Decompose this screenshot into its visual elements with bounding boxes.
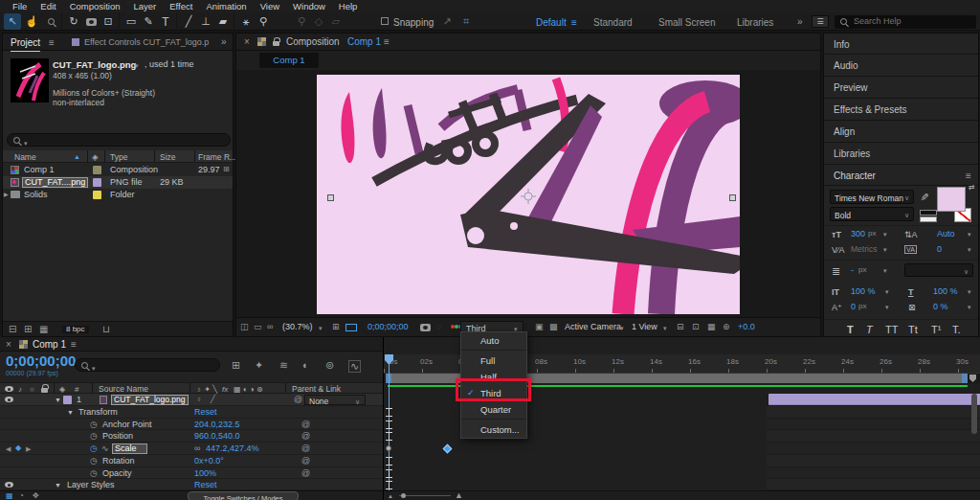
- vertical-scrollbar[interactable]: [971, 394, 977, 434]
- scale-keyframe-current[interactable]: [386, 445, 391, 451]
- anchor-point-row[interactable]: ◷ Anchor Point 204.0,232.5 @: [0, 419, 383, 430]
- col-frame-rate[interactable]: Frame R...: [198, 153, 236, 162]
- layer-styles-expand-icon[interactable]: ▼: [55, 482, 61, 489]
- col-label-icon[interactable]: ◈: [92, 153, 99, 162]
- expand-transfer-icon[interactable]: ◔: [19, 492, 24, 500]
- more-workspaces-icon[interactable]: »: [797, 17, 803, 27]
- tab-composition-comp[interactable]: Comp 1: [347, 37, 381, 47]
- eraser-tool-icon[interactable]: ▰: [214, 13, 232, 30]
- layer-duration-track[interactable]: [767, 394, 980, 406]
- grid-guides-icon[interactable]: ⊞: [332, 323, 340, 331]
- superscript-button[interactable]: T¹: [931, 324, 941, 335]
- stopwatch-active-icon[interactable]: ◷: [90, 444, 98, 453]
- index-column-label[interactable]: #: [75, 385, 78, 394]
- workspace-small-screen[interactable]: Small Screen: [658, 18, 715, 28]
- camera-view-value[interactable]: Active Camera: [565, 323, 621, 331]
- stroke-width-value[interactable]: -: [851, 266, 854, 275]
- stopwatch-icon[interactable]: ◷: [90, 420, 98, 429]
- layer-row[interactable]: ▼ 1 CUT_FAT_logo.png ♁ ╱ @ None ∨: [0, 394, 383, 406]
- view-layout-caret[interactable]: ▾: [663, 325, 667, 331]
- position-row[interactable]: ◷ Position 960.0,540.0 @: [0, 430, 383, 443]
- timeline-panel-menu-icon[interactable]: ≡: [71, 340, 77, 350]
- col-type[interactable]: Type: [110, 153, 127, 162]
- prop-label[interactable]: Position: [102, 432, 133, 441]
- tab-character[interactable]: Character: [834, 171, 876, 181]
- lock-icon[interactable]: [273, 41, 279, 46]
- timeline-button-icon[interactable]: ⊡: [692, 323, 700, 331]
- tab-effect-controls[interactable]: Effect Controls CUT_FAT_logo.p: [84, 38, 209, 47]
- font-size-value[interactable]: 300: [851, 230, 865, 239]
- stroke-style-dropdown[interactable]: ∨: [904, 263, 973, 277]
- close-icon[interactable]: ×: [6, 340, 11, 350]
- constrain-link-icon[interactable]: ∞: [194, 444, 200, 453]
- shape-tool-icon[interactable]: ▭: [122, 13, 140, 30]
- pickwhip-icon[interactable]: @: [301, 420, 310, 429]
- toggle-switches-button[interactable]: Toggle Switches / Modes: [188, 491, 299, 500]
- item-name-selected[interactable]: CUT_FAT....png: [22, 177, 88, 188]
- pan-behind-tool-icon[interactable]: ⊡: [100, 13, 117, 30]
- label-column-icon[interactable]: ◈: [59, 385, 65, 394]
- expand-icon[interactable]: ▶: [4, 192, 9, 197]
- item-name[interactable]: Comp 1: [24, 166, 55, 174]
- menu-composition[interactable]: Composition: [63, 1, 127, 11]
- prop-value[interactable]: 960.0,540.0: [194, 432, 240, 441]
- project-row-footage[interactable]: CUT_FAT....png PNG file 29 KB: [3, 176, 233, 189]
- snap-angle-icon[interactable]: ↗: [438, 13, 456, 30]
- faux-bold-button[interactable]: T: [847, 324, 854, 335]
- tab-audio[interactable]: Audio: [834, 61, 858, 71]
- composition-panel-menu-icon[interactable]: ≡: [384, 37, 390, 47]
- comp-canvas[interactable]: [317, 75, 740, 314]
- zoom-out-mountain-icon[interactable]: ▲: [388, 493, 393, 499]
- character-panel-menu-icon[interactable]: ≡: [966, 171, 971, 181]
- prop-value[interactable]: 0x+0.0°: [194, 457, 224, 466]
- layer-anchor-switch-icon[interactable]: ♁: [196, 396, 202, 403]
- prop-label[interactable]: Opacity: [102, 469, 132, 478]
- comp-flowchart-icon[interactable]: ▦: [707, 323, 716, 331]
- bpc-button[interactable]: 8 bpc: [62, 326, 89, 333]
- menu-item-full[interactable]: Full: [461, 352, 526, 369]
- pixel-aspect-icon[interactable]: ⊟: [677, 323, 684, 331]
- magnification-caret[interactable]: ▾: [319, 325, 323, 331]
- prop-value[interactable]: 100%: [194, 469, 216, 478]
- expand-inout-icon[interactable]: ✥: [33, 492, 39, 500]
- brush-tool-icon[interactable]: ╱: [180, 13, 197, 30]
- project-row-comp1[interactable]: Comp 1 Composition 29.97 ⊞: [3, 164, 233, 176]
- snapping-checkbox[interactable]: [381, 17, 389, 25]
- draft-3d-icon[interactable]: ✦: [255, 360, 263, 371]
- timeline-search-box[interactable]: ▾: [75, 358, 220, 372]
- menu-help[interactable]: Help: [332, 1, 365, 11]
- font-size-caret[interactable]: ▾: [883, 231, 887, 238]
- prop-label[interactable]: Anchor Point: [102, 420, 152, 429]
- parent-pickwhip-icon[interactable]: @: [294, 396, 302, 404]
- transform-reset[interactable]: Reset: [194, 408, 217, 417]
- zoom-in-mountain-icon[interactable]: ▲: [455, 491, 463, 500]
- next-keyframe-icon[interactable]: ▶: [26, 445, 31, 452]
- puppet-pin-tool-icon[interactable]: ⚲: [255, 13, 272, 30]
- baseline-shift-caret[interactable]: ▾: [885, 304, 889, 310]
- kerning-value[interactable]: Metrics: [851, 245, 877, 254]
- tracking-value[interactable]: 0: [937, 245, 942, 254]
- tab-info[interactable]: Info: [834, 40, 850, 50]
- close-icon[interactable]: ×: [244, 37, 250, 47]
- solo-column-icon[interactable]: ○: [30, 385, 34, 394]
- scale-row[interactable]: ◀ ◆ ▶ ◷ ∿ Scale ∞ 447.2,427.4% @: [0, 443, 383, 455]
- menu-item-auto[interactable]: Auto: [461, 332, 526, 349]
- label-swatch[interactable]: [93, 178, 101, 187]
- col-source-name[interactable]: Source Name: [99, 385, 148, 394]
- small-caps-button[interactable]: Tt: [908, 324, 918, 335]
- show-snapshot-icon[interactable]: ◌: [436, 323, 441, 331]
- layer-duration-bar[interactable]: [768, 394, 980, 405]
- menu-view[interactable]: View: [254, 1, 286, 11]
- menu-animation[interactable]: Animation: [199, 1, 253, 11]
- leading-value[interactable]: Auto: [937, 230, 955, 239]
- lock-column-icon[interactable]: [41, 388, 48, 393]
- eyedropper-icon[interactable]: ✎: [918, 193, 930, 201]
- kerning-caret[interactable]: ▾: [883, 246, 887, 253]
- camera-tool-icon[interactable]: [82, 13, 100, 30]
- stereo-3d-icon[interactable]: ∞: [267, 323, 273, 331]
- exposure-value[interactable]: +0.0: [738, 323, 755, 331]
- main-viewer-icon[interactable]: ▭: [254, 323, 262, 331]
- new-composition-icon[interactable]: ▦: [39, 325, 48, 334]
- graph-editor-icon[interactable]: ∿: [348, 360, 361, 373]
- project-more-tabs-icon[interactable]: »: [221, 37, 227, 47]
